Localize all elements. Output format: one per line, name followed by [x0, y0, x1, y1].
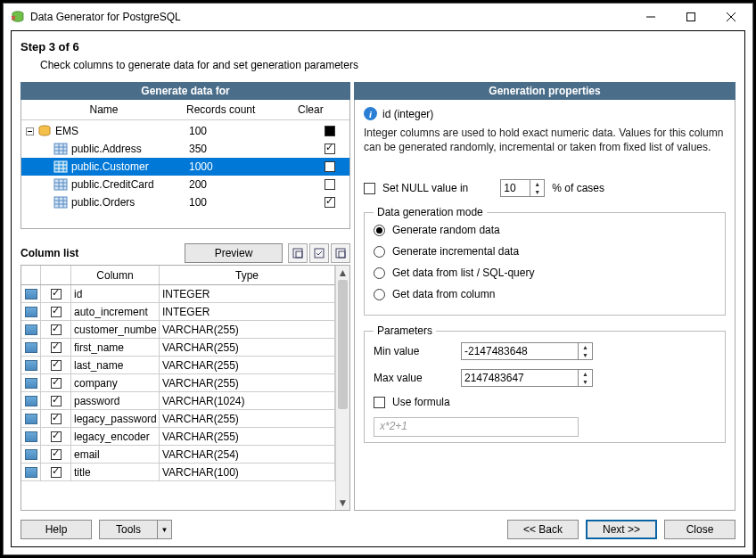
column-icon [25, 289, 37, 300]
column-row[interactable]: legacy_encoderVARCHAR(255) [21, 428, 335, 446]
minimize-button[interactable] [630, 4, 670, 29]
column-checkbox[interactable] [51, 378, 62, 389]
tree-header: Name Records count Clear [21, 100, 349, 120]
tree-item-name: public.CreditCard [71, 178, 189, 191]
column-type: VARCHAR(255) [160, 428, 335, 446]
column-checkbox[interactable] [51, 414, 62, 424]
spinner-down-icon[interactable]: ▼ [579, 351, 592, 359]
col-header-type: Type [160, 266, 335, 284]
column-icon [25, 467, 37, 478]
tools-button[interactable]: Tools [99, 520, 158, 539]
column-row[interactable]: first_nameVARCHAR(255) [21, 339, 335, 357]
null-checkbox[interactable] [364, 183, 375, 194]
column-checkbox[interactable] [51, 324, 62, 335]
max-value-spinner[interactable]: ▲▼ [461, 369, 593, 387]
help-button[interactable]: Help [21, 520, 92, 539]
column-info-title: id (integer) [382, 108, 433, 120]
column-type: VARCHAR(255) [160, 339, 335, 357]
deselect-all-button[interactable] [331, 243, 350, 263]
select-all-button[interactable] [288, 243, 308, 263]
titlebar: Data Generator for PostgreSQL [4, 4, 752, 30]
preview-button[interactable]: Preview [185, 243, 283, 263]
column-name: company [71, 374, 160, 392]
mode-list-label: Get data from list / SQL-query [392, 267, 534, 279]
mode-column-radio[interactable] [374, 289, 385, 300]
tree-header-records: Records count [186, 103, 298, 116]
spinner-down-icon[interactable]: ▼ [579, 378, 592, 386]
spinner-up-icon[interactable]: ▲ [530, 180, 544, 188]
column-row[interactable]: titleVARCHAR(100) [21, 464, 335, 481]
spinner-up-icon[interactable]: ▲ [579, 370, 592, 378]
column-row[interactable]: passwordVARCHAR(1024) [21, 392, 335, 410]
column-name: legacy_password [71, 410, 160, 428]
spinner-up-icon[interactable]: ▲ [579, 343, 592, 351]
mode-random-radio[interactable] [374, 225, 385, 236]
table-icon [53, 178, 68, 191]
formula-input[interactable]: x*2+1 [374, 417, 579, 437]
column-checkbox[interactable] [51, 449, 62, 460]
generation-mode-group: Data generation mode Generate random dat… [364, 206, 726, 316]
column-row[interactable]: auto_incrementINTEGER [21, 303, 335, 321]
scroll-down-icon[interactable]: ▼ [336, 496, 349, 510]
column-row[interactable]: last_nameVARCHAR(255) [21, 357, 335, 374]
database-icon [37, 125, 52, 137]
spinner-down-icon[interactable]: ▼ [530, 188, 544, 196]
tools-dropdown-button[interactable]: ▼ [158, 520, 172, 539]
column-row[interactable]: companyVARCHAR(255) [21, 374, 335, 392]
column-name: auto_increment [71, 303, 160, 321]
column-type: VARCHAR(1024) [160, 392, 335, 410]
null-percent-input[interactable] [501, 180, 530, 196]
column-name: customer_numbe [71, 321, 160, 339]
column-checkbox[interactable] [51, 307, 62, 317]
maximize-button[interactable] [670, 4, 711, 29]
col-header-check [41, 266, 71, 284]
tree-row[interactable]: public.Orders100 [21, 193, 349, 211]
select-one-button[interactable] [309, 243, 329, 263]
min-value-spinner[interactable]: ▲▼ [461, 342, 593, 360]
mode-incremental-radio[interactable] [374, 246, 385, 258]
null-percent-spinner[interactable]: ▲▼ [500, 179, 545, 197]
scroll-up-icon[interactable]: ▲ [336, 266, 349, 280]
column-checkbox[interactable] [51, 289, 62, 300]
column-row[interactable]: legacy_passwordVARCHAR(255) [21, 410, 335, 428]
column-row[interactable]: emailVARCHAR(254) [21, 446, 335, 464]
column-checkbox[interactable] [51, 431, 62, 442]
column-name: password [71, 392, 160, 410]
column-row[interactable]: idINTEGER [21, 285, 335, 303]
clear-checkbox[interactable] [325, 179, 335, 190]
column-scrollbar[interactable]: ▲ ▼ [335, 266, 349, 510]
back-button[interactable]: << Back [507, 520, 579, 539]
close-button[interactable] [711, 4, 751, 29]
tree-row[interactable]: public.Customer1000 [21, 158, 349, 176]
column-list-label: Column list [21, 247, 185, 259]
min-value-input[interactable] [462, 343, 578, 359]
mode-column-label: Get data from column [392, 288, 495, 300]
clear-checkbox[interactable] [325, 161, 335, 172]
formula-label: Use formula [392, 396, 450, 408]
svg-rect-18 [54, 179, 67, 190]
column-row[interactable]: customer_numbeVARCHAR(255) [21, 321, 335, 339]
close-footer-button[interactable]: Close [664, 520, 735, 539]
params-legend: Parameters [374, 324, 436, 337]
clear-checkbox[interactable] [325, 144, 335, 154]
col-header-icon [21, 266, 41, 284]
column-checkbox[interactable] [51, 396, 62, 406]
column-checkbox[interactable] [51, 342, 62, 353]
max-value-input[interactable] [462, 370, 578, 386]
column-checkbox[interactable] [51, 360, 62, 371]
column-icon [25, 431, 37, 442]
column-checkbox[interactable] [51, 467, 62, 478]
info-icon: i [364, 107, 377, 120]
clear-checkbox[interactable] [325, 197, 335, 208]
clear-checkbox[interactable] [325, 126, 335, 136]
tree-item-records: 200 [189, 178, 309, 191]
right-panel-header: Generation properties [354, 82, 735, 100]
tree-item-name: public.Customer [71, 160, 189, 173]
svg-rect-8 [54, 144, 67, 154]
tree-row[interactable]: EMS100 [21, 122, 349, 140]
tree-row[interactable]: public.Address350 [21, 140, 349, 158]
tree-row[interactable]: public.CreditCard200 [21, 176, 349, 193]
next-button[interactable]: Next >> [586, 520, 657, 539]
mode-list-radio[interactable] [374, 267, 385, 279]
use-formula-checkbox[interactable] [374, 397, 385, 408]
